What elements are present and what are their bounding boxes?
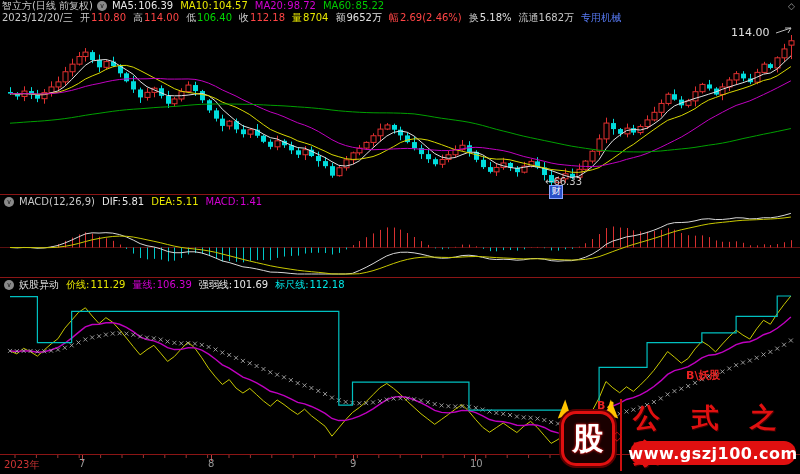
logo-site-url: www.gszj100.com [630, 441, 796, 465]
field-label: 幅 [389, 12, 399, 24]
stock-chart-window: 智立方(日线 前复权) ∨ MA5:106.39MA10:104.57MA20:… [0, 0, 800, 474]
indicator-header: ∨ 妖股异动价线:111.29量线:106.39强弱线:101.69标尺线:11… [2, 279, 352, 291]
field-value: 106.39 [157, 279, 192, 291]
field-label: 流通1682万 [519, 12, 574, 24]
field-label: MACD: [206, 196, 239, 208]
field-value: 2.69(2.46%) [400, 12, 462, 24]
field-label: MA10: [180, 0, 212, 12]
macd-header: ∨ MACD(12,26,9)DIF:5.81DEA:5.11MACD:1.41 [2, 196, 269, 208]
x-axis-label: 9 [350, 458, 356, 469]
chevron-down-icon[interactable]: ∨ [4, 280, 14, 290]
field-label: 标尺线: [275, 279, 308, 291]
field-value: 5.11 [176, 196, 198, 208]
field-label: 额 [335, 12, 345, 24]
ma-values: MA5:106.39MA10:104.57MA20:98.72MA60:85.2… [112, 0, 391, 12]
field-label: 开 [80, 12, 90, 24]
field-label: 强弱线: [199, 279, 232, 291]
field-label: 妖股异动 [19, 279, 59, 291]
field-label: MACD(12,26,9) [19, 196, 95, 208]
field-value: 114.00 [144, 12, 179, 24]
field-value: 8704 [303, 12, 328, 24]
x-axis-label: 2023年 [4, 458, 39, 472]
gszj-logo: 股 ◇ 公 式 之 家 www.gszj100.com [557, 399, 797, 471]
field-value: 1.41 [240, 196, 262, 208]
field-value: 5.81 [122, 196, 144, 208]
field-label: 量 [292, 12, 302, 24]
corner-diamond-icon: ◇ [788, 1, 795, 11]
price-high-label: 114.00 [731, 26, 770, 39]
quote-info-bar: 2023/12/20/三开110.80高114.00低106.40收112.18… [2, 12, 628, 24]
x-axis-label: 7 [79, 458, 85, 469]
logo-diamond-icon: ◇ [612, 428, 622, 443]
field-value: 110.80 [91, 12, 126, 24]
field-value: 106.40 [197, 12, 232, 24]
field-value: 104.57 [213, 0, 248, 12]
macd-values: MACD(12,26,9)DIF:5.81DEA:5.11MACD:1.41 [19, 196, 269, 208]
field-value: 112.18 [250, 12, 285, 24]
field-value: 111.29 [90, 279, 125, 291]
field-label: MA60: [323, 0, 355, 12]
indicator-values: 妖股异动价线:111.29量线:106.39强弱线:101.69标尺线:112.… [19, 279, 352, 291]
field-label: 专用机械 [581, 12, 621, 24]
field-value: 5.18% [480, 12, 512, 24]
field-value: 9652万 [346, 12, 381, 24]
field-value: 98.72 [287, 0, 316, 12]
window-title: 智立方(日线 前复权) [2, 0, 93, 12]
field-label: 换 [469, 12, 479, 24]
field-label: 2023/12/20/三 [2, 12, 73, 24]
field-value: 112.18 [310, 279, 345, 291]
field-label: DEA: [151, 196, 175, 208]
field-label: 价线: [66, 279, 89, 291]
field-label: 高 [133, 12, 143, 24]
bull-head-icon: 股 [557, 402, 619, 468]
field-label: MA20: [255, 0, 287, 12]
logo-stock-char: 股 [573, 418, 604, 460]
field-label: MA5: [112, 0, 137, 12]
cai-marker-badge: 财 [549, 185, 563, 199]
field-label: 收 [239, 12, 249, 24]
x-axis-label: 8 [208, 458, 214, 469]
chevron-down-icon[interactable]: ∨ [97, 1, 107, 11]
title-bar: 智立方(日线 前复权) ∨ MA5:106.39MA10:104.57MA20:… [2, 0, 391, 12]
field-value: 101.69 [233, 279, 268, 291]
bull-face: 股 [561, 411, 615, 466]
chevron-down-icon[interactable]: ∨ [4, 197, 14, 207]
buy-signal-marker: B\妖股 [686, 368, 720, 383]
field-value: 85.22 [356, 0, 385, 12]
field-label: DIF: [102, 196, 121, 208]
field-label: 量线: [132, 279, 155, 291]
field-value: 106.39 [138, 0, 173, 12]
x-axis-label: 10 [470, 458, 483, 469]
field-label: 低 [186, 12, 196, 24]
